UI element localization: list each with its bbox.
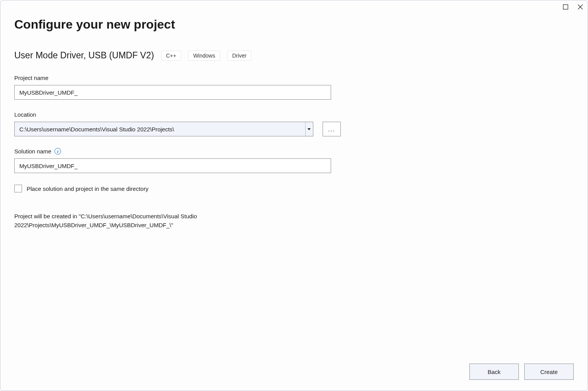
tag-driver: Driver [227,51,252,61]
window-controls [563,4,583,10]
project-name-label: Project name [14,75,341,81]
dialog-footer: Back Create [469,364,574,380]
create-button[interactable]: Create [524,364,574,380]
dialog-content: Configure your new project User Mode Dri… [0,0,588,230]
same-directory-row: Place solution and project in the same d… [14,185,341,192]
location-value: C:\Users\username\Documents\Visual Studi… [15,126,305,133]
same-directory-checkbox[interactable] [14,185,22,192]
svg-marker-3 [308,128,311,130]
svg-rect-0 [563,5,568,9]
form-section: Project name Location C:\Users\username\… [14,75,341,230]
location-group: Location C:\Users\username\Documents\Vis… [14,111,341,136]
info-icon[interactable]: i [54,148,61,155]
location-row: C:\Users\username\Documents\Visual Studi… [14,122,341,136]
browse-button[interactable]: ... [323,122,341,136]
maximize-icon[interactable] [563,4,568,10]
close-icon[interactable] [578,4,583,10]
path-preview: Project will be created in "C:\Users\use… [14,212,308,230]
solution-name-label: Solution name [14,148,51,155]
solution-name-input[interactable] [14,158,331,173]
project-name-group: Project name [14,75,341,100]
template-row: User Mode Driver, USB (UMDF V2) C++ Wind… [14,50,574,61]
tag-cpp: C++ [161,51,181,61]
solution-name-group: Solution name i [14,148,341,173]
dialog-window: Configure your new project User Mode Dri… [0,0,588,391]
back-button[interactable]: Back [469,364,519,380]
project-name-input[interactable] [14,85,331,100]
chevron-down-icon [305,122,313,136]
same-directory-label: Place solution and project in the same d… [27,185,148,192]
location-label: Location [14,111,341,118]
tag-windows: Windows [188,51,220,61]
solution-name-label-row: Solution name i [14,148,341,155]
template-name: User Mode Driver, USB (UMDF V2) [14,50,154,61]
location-combobox[interactable]: C:\Users\username\Documents\Visual Studi… [14,122,313,136]
page-title: Configure your new project [14,17,574,32]
